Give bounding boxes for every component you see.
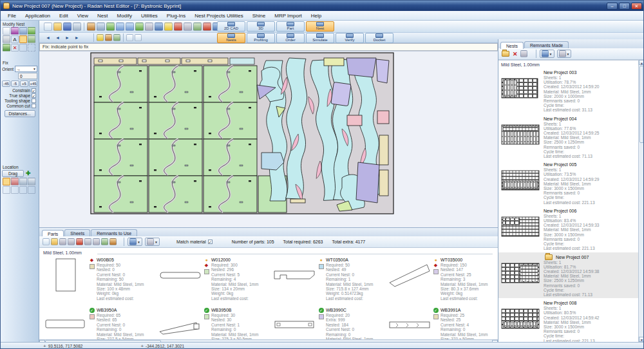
sheet-grid-icon[interactable]	[113, 34, 120, 41]
workflow-docket-button[interactable]: Docket	[365, 33, 393, 43]
part-card[interactable]: ✓ WB3950B Required: 30Nested: 30 Current…	[158, 307, 258, 339]
redo-icon[interactable]	[126, 23, 134, 31]
locate-array-icon[interactable]	[28, 178, 35, 185]
anchor-icon[interactable]	[145, 23, 153, 31]
menu-utilities[interactable]: Utilities	[137, 12, 162, 20]
snip-icon[interactable]	[97, 23, 105, 31]
sheet-edit-icon[interactable]	[97, 34, 104, 41]
menu-application[interactable]: Application	[21, 12, 55, 20]
prev-sheet-icon[interactable]: ◄	[53, 34, 62, 41]
align-left-icon[interactable]	[3, 186, 10, 194]
tab-remnants-to-use[interactable]: Remnants to Use	[91, 229, 137, 236]
info-icon[interactable]	[155, 23, 163, 31]
nest-entry-selected[interactable]: New Project 007 Sheets: 1Utilisation: 81…	[498, 252, 639, 299]
part-table-icon[interactable]	[101, 238, 108, 245]
nest-entry[interactable]: New Project 008 Sheets: 1Utilisation: 80…	[498, 298, 639, 342]
locate-edge-icon[interactable]	[11, 178, 19, 185]
close-button[interactable]: ✕	[631, 3, 642, 10]
ruler-icon[interactable]	[184, 23, 192, 31]
workflow-order-button[interactable]: Order	[276, 33, 305, 43]
match-material-checkbox[interactable]: ✓	[208, 240, 213, 244]
constrain-checkbox[interactable]: ✓	[32, 88, 36, 93]
first-sheet-icon[interactable]: ◄	[43, 34, 53, 41]
part-card[interactable]: ✓ WB3990C Required: 20Extra: 999 Nested:…	[272, 307, 373, 339]
last-sheet-icon[interactable]: ►	[72, 34, 82, 41]
rotate-plus5-button[interactable]: +5	[20, 80, 28, 87]
print-icon[interactable]	[73, 23, 81, 31]
menu-mrp-import[interactable]: MRP Import	[270, 12, 307, 20]
true-shape-checkbox[interactable]: ✓	[32, 93, 36, 98]
menu-view[interactable]: View	[73, 12, 93, 20]
fill-tool-icon[interactable]	[3, 44, 10, 52]
draw-icon[interactable]	[87, 23, 95, 31]
workflow-simulate-button[interactable]: Simulate	[306, 33, 334, 43]
common-cut-checkbox[interactable]	[32, 104, 36, 108]
align-right-icon[interactable]	[11, 186, 19, 194]
flag-tool-icon[interactable]	[11, 27, 19, 35]
move-cross-icon[interactable]: ✚	[26, 171, 31, 176]
workflow-3d-button[interactable]: 3D	[247, 21, 275, 32]
nests-vertical-scrollbar[interactable]: ▲ ▼	[638, 60, 644, 342]
text-tool-icon[interactable]: A	[11, 35, 19, 43]
tab-sheets[interactable]: Sheets	[64, 229, 90, 236]
part-copy-icon[interactable]	[68, 238, 75, 245]
angle-input[interactable]	[18, 73, 37, 79]
menu-modify[interactable]: Modify	[112, 12, 137, 20]
part-card[interactable]: ●◆ WT035000 Required: 150Nested: 147 Cur…	[387, 257, 488, 301]
nest-entry[interactable]: New Project 006 Sheets: 1Utilisation: 83…	[498, 206, 639, 252]
locate-corner-icon[interactable]	[3, 178, 10, 185]
part-edit-icon[interactable]	[51, 238, 58, 245]
menu-shine[interactable]: Shine	[248, 12, 270, 20]
rotate-minus45-button[interactable]: -45	[2, 80, 10, 87]
nest-entry[interactable]: New Project 005 Sheets: 1Utilisation: 73…	[498, 160, 639, 206]
refresh-icon[interactable]	[135, 23, 144, 31]
workflow-nest-button[interactable]: Nest	[306, 21, 334, 32]
sheet-bounds-icon[interactable]	[193, 23, 202, 31]
workflow-nests-button[interactable]: Nests	[217, 33, 245, 43]
menu-nest-projects-utilities[interactable]: Nest Projects Utilities	[190, 12, 248, 20]
part-card[interactable]: ●◆ W012000 Required: 300Nested: 296 Curr…	[158, 257, 258, 301]
drag-button[interactable]: Drag	[2, 170, 24, 177]
delete-tool-icon[interactable]: ✕	[11, 44, 19, 52]
part-card[interactable]: ● WT03500A Required: 50Nested: 49 Curren…	[272, 257, 373, 301]
menu-help[interactable]: Help	[307, 12, 326, 20]
open-icon[interactable]	[53, 23, 62, 31]
part-image-icon[interactable]	[109, 238, 117, 245]
tab-nests[interactable]: Nests	[500, 42, 524, 49]
nest-sort-dropdown[interactable]: ▼	[557, 50, 572, 58]
sort-mode-dropdown[interactable]: ▼	[145, 238, 160, 246]
part-fill-icon[interactable]	[84, 238, 91, 245]
grey-tool-icon[interactable]	[3, 35, 10, 43]
minimize-button[interactable]: –	[607, 3, 618, 10]
remove-part-icon[interactable]	[203, 23, 211, 31]
part-card[interactable]: ✓ WB3991A Required: 25Nested: 25 Current…	[387, 307, 488, 339]
window-split-icon[interactable]	[135, 34, 142, 41]
nest-entry[interactable]: New Project 003 Sheets: 1Utilisation: 78…	[498, 68, 639, 114]
open-nest-icon[interactable]	[502, 51, 509, 57]
flag-icon[interactable]	[174, 23, 182, 31]
part-order-icon[interactable]	[93, 238, 100, 245]
nest-entry[interactable]: New Project 004 Sheets: 1Utilisation: 77…	[498, 114, 639, 160]
distances-button[interactable]: Distances...	[5, 110, 35, 117]
attach-icon[interactable]	[106, 23, 115, 31]
part-delete-icon[interactable]	[76, 238, 83, 245]
maximize-button[interactable]: □	[619, 3, 630, 10]
menu-plugins[interactable]: Plug-Ins	[162, 12, 190, 20]
nest-canvas[interactable]	[39, 51, 498, 227]
fix-tool-icon[interactable]	[19, 35, 27, 43]
tooling-shape-checkbox[interactable]	[32, 99, 36, 103]
sheet-tool-icon[interactable]	[3, 27, 10, 35]
array-tool-icon[interactable]	[28, 35, 35, 43]
workflow-verify-button[interactable]: Verify	[336, 33, 364, 43]
workflow-part-button[interactable]: Part	[276, 21, 305, 32]
menu-edit[interactable]: Edit	[55, 12, 73, 20]
tab-remnants-made[interactable]: Remnants Made	[524, 41, 569, 48]
save-icon[interactable]	[63, 23, 71, 31]
workflow-2dcad-button[interactable]: 2D CAD	[217, 21, 245, 32]
scroll-up-icon[interactable]: ▲	[639, 60, 644, 65]
scroll-down-icon[interactable]: ▼	[639, 337, 644, 342]
align-bottom-icon[interactable]	[28, 186, 35, 194]
part-lock-icon[interactable]	[59, 238, 66, 245]
nest-view-dropdown[interactable]: ▼	[540, 50, 554, 58]
undo-icon[interactable]	[116, 23, 124, 31]
